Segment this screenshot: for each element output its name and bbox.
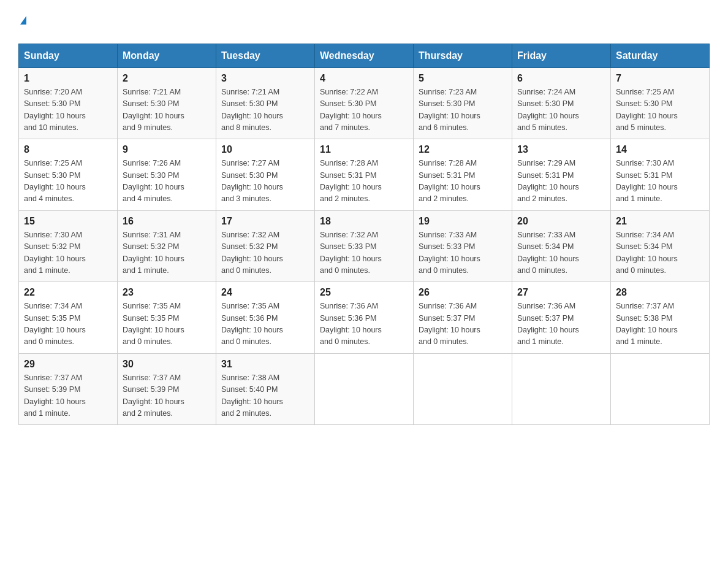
day-info: Sunrise: 7:28 AMSunset: 5:31 PMDaylight:… — [419, 159, 480, 203]
day-info: Sunrise: 7:21 AMSunset: 5:30 PMDaylight:… — [221, 88, 283, 132]
day-info: Sunrise: 7:30 AMSunset: 5:31 PMDaylight:… — [616, 159, 678, 203]
calendar-cell — [512, 353, 611, 425]
day-info: Sunrise: 7:22 AMSunset: 5:30 PMDaylight:… — [320, 88, 382, 132]
day-number: 17 — [221, 216, 309, 227]
week-row-5: 29 Sunrise: 7:37 AMSunset: 5:39 PMDaylig… — [19, 353, 710, 425]
calendar-body: 1 Sunrise: 7:20 AMSunset: 5:30 PMDayligh… — [19, 67, 710, 425]
day-info: Sunrise: 7:34 AMSunset: 5:35 PMDaylight:… — [24, 302, 86, 346]
calendar-cell: 21 Sunrise: 7:34 AMSunset: 5:34 PMDaylig… — [611, 210, 710, 282]
calendar-header: SundayMondayTuesdayWednesdayThursdayFrid… — [19, 44, 710, 67]
day-info: Sunrise: 7:33 AMSunset: 5:34 PMDaylight:… — [517, 231, 579, 275]
day-number: 2 — [123, 73, 211, 84]
day-number: 6 — [517, 73, 605, 84]
day-info: Sunrise: 7:25 AMSunset: 5:30 PMDaylight:… — [616, 88, 678, 132]
day-number: 1 — [24, 73, 112, 84]
day-number: 7 — [616, 73, 704, 84]
weekday-header-thursday: Thursday — [414, 44, 512, 67]
weekday-header-wednesday: Wednesday — [315, 44, 414, 67]
day-info: Sunrise: 7:35 AMSunset: 5:36 PMDaylight:… — [221, 302, 283, 346]
day-number: 23 — [123, 287, 211, 298]
calendar-cell: 12 Sunrise: 7:28 AMSunset: 5:31 PMDaylig… — [414, 139, 512, 211]
calendar-cell: 31 Sunrise: 7:38 AMSunset: 5:40 PMDaylig… — [216, 353, 315, 425]
calendar-cell: 26 Sunrise: 7:36 AMSunset: 5:37 PMDaylig… — [414, 282, 512, 354]
day-number: 4 — [320, 73, 408, 84]
day-number: 16 — [123, 216, 211, 227]
day-info: Sunrise: 7:20 AMSunset: 5:30 PMDaylight:… — [24, 88, 86, 132]
day-number: 5 — [419, 73, 507, 84]
day-number: 9 — [123, 144, 211, 155]
day-info: Sunrise: 7:36 AMSunset: 5:36 PMDaylight:… — [320, 302, 382, 346]
calendar-cell: 3 Sunrise: 7:21 AMSunset: 5:30 PMDayligh… — [216, 67, 315, 139]
day-info: Sunrise: 7:25 AMSunset: 5:30 PMDaylight:… — [24, 159, 86, 203]
day-number: 8 — [24, 144, 112, 155]
page-header — [18, 12, 710, 31]
calendar-cell: 22 Sunrise: 7:34 AMSunset: 5:35 PMDaylig… — [19, 282, 118, 354]
weekday-header-friday: Friday — [512, 44, 611, 67]
day-number: 12 — [419, 144, 507, 155]
calendar-cell: 5 Sunrise: 7:23 AMSunset: 5:30 PMDayligh… — [414, 67, 512, 139]
calendar-cell: 20 Sunrise: 7:33 AMSunset: 5:34 PMDaylig… — [512, 210, 611, 282]
day-info: Sunrise: 7:37 AMSunset: 5:38 PMDaylight:… — [616, 302, 678, 346]
day-number: 15 — [24, 216, 112, 227]
weekday-header-tuesday: Tuesday — [216, 44, 315, 67]
calendar-cell: 9 Sunrise: 7:26 AMSunset: 5:30 PMDayligh… — [118, 139, 216, 211]
weekday-header-saturday: Saturday — [611, 44, 710, 67]
day-number: 10 — [221, 144, 309, 155]
weekday-header-sunday: Sunday — [19, 44, 118, 67]
calendar-cell: 30 Sunrise: 7:37 AMSunset: 5:39 PMDaylig… — [118, 353, 216, 425]
day-number: 27 — [517, 287, 605, 298]
day-number: 30 — [123, 359, 211, 370]
day-number: 26 — [419, 287, 507, 298]
day-number: 20 — [517, 216, 605, 227]
calendar-cell: 11 Sunrise: 7:28 AMSunset: 5:31 PMDaylig… — [315, 139, 414, 211]
calendar-cell — [315, 353, 414, 425]
day-number: 28 — [616, 287, 704, 298]
calendar-cell: 19 Sunrise: 7:33 AMSunset: 5:33 PMDaylig… — [414, 210, 512, 282]
week-row-1: 1 Sunrise: 7:20 AMSunset: 5:30 PMDayligh… — [19, 67, 710, 139]
day-number: 31 — [221, 359, 309, 370]
calendar-cell: 29 Sunrise: 7:37 AMSunset: 5:39 PMDaylig… — [19, 353, 118, 425]
day-info: Sunrise: 7:29 AMSunset: 5:31 PMDaylight:… — [517, 159, 579, 203]
calendar-cell — [414, 353, 512, 425]
calendar-cell: 13 Sunrise: 7:29 AMSunset: 5:31 PMDaylig… — [512, 139, 611, 211]
calendar-cell: 15 Sunrise: 7:30 AMSunset: 5:32 PMDaylig… — [19, 210, 118, 282]
day-number: 29 — [24, 359, 112, 370]
day-number: 14 — [616, 144, 704, 155]
calendar-cell: 28 Sunrise: 7:37 AMSunset: 5:38 PMDaylig… — [611, 282, 710, 354]
day-number: 25 — [320, 287, 408, 298]
day-info: Sunrise: 7:35 AMSunset: 5:35 PMDaylight:… — [123, 302, 184, 346]
day-number: 19 — [419, 216, 507, 227]
calendar-cell: 4 Sunrise: 7:22 AMSunset: 5:30 PMDayligh… — [315, 67, 414, 139]
day-info: Sunrise: 7:34 AMSunset: 5:34 PMDaylight:… — [616, 231, 678, 275]
calendar-cell: 27 Sunrise: 7:36 AMSunset: 5:37 PMDaylig… — [512, 282, 611, 354]
calendar-cell: 14 Sunrise: 7:30 AMSunset: 5:31 PMDaylig… — [611, 139, 710, 211]
day-info: Sunrise: 7:26 AMSunset: 5:30 PMDaylight:… — [123, 159, 184, 203]
calendar-table: SundayMondayTuesdayWednesdayThursdayFrid… — [18, 44, 710, 426]
weekday-row: SundayMondayTuesdayWednesdayThursdayFrid… — [19, 44, 710, 67]
day-info: Sunrise: 7:28 AMSunset: 5:31 PMDaylight:… — [320, 159, 382, 203]
weekday-header-monday: Monday — [118, 44, 216, 67]
calendar-cell: 23 Sunrise: 7:35 AMSunset: 5:35 PMDaylig… — [118, 282, 216, 354]
day-info: Sunrise: 7:32 AMSunset: 5:33 PMDaylight:… — [320, 231, 382, 275]
calendar-cell: 16 Sunrise: 7:31 AMSunset: 5:32 PMDaylig… — [118, 210, 216, 282]
day-info: Sunrise: 7:37 AMSunset: 5:39 PMDaylight:… — [123, 373, 184, 418]
calendar-cell: 2 Sunrise: 7:21 AMSunset: 5:30 PMDayligh… — [118, 67, 216, 139]
day-info: Sunrise: 7:38 AMSunset: 5:40 PMDaylight:… — [221, 373, 283, 418]
day-number: 3 — [221, 73, 309, 84]
day-info: Sunrise: 7:27 AMSunset: 5:30 PMDaylight:… — [221, 159, 283, 203]
logo-text — [18, 12, 26, 31]
calendar-cell: 10 Sunrise: 7:27 AMSunset: 5:30 PMDaylig… — [216, 139, 315, 211]
day-info: Sunrise: 7:37 AMSunset: 5:39 PMDaylight:… — [24, 373, 86, 418]
day-number: 18 — [320, 216, 408, 227]
day-number: 13 — [517, 144, 605, 155]
day-info: Sunrise: 7:36 AMSunset: 5:37 PMDaylight:… — [419, 302, 480, 346]
day-number: 21 — [616, 216, 704, 227]
calendar-cell — [611, 353, 710, 425]
calendar-cell: 17 Sunrise: 7:32 AMSunset: 5:32 PMDaylig… — [216, 210, 315, 282]
logo — [18, 12, 26, 31]
calendar-cell: 24 Sunrise: 7:35 AMSunset: 5:36 PMDaylig… — [216, 282, 315, 354]
calendar-cell: 25 Sunrise: 7:36 AMSunset: 5:36 PMDaylig… — [315, 282, 414, 354]
calendar-cell: 8 Sunrise: 7:25 AMSunset: 5:30 PMDayligh… — [19, 139, 118, 211]
day-info: Sunrise: 7:31 AMSunset: 5:32 PMDaylight:… — [123, 231, 184, 275]
day-info: Sunrise: 7:21 AMSunset: 5:30 PMDaylight:… — [123, 88, 184, 132]
